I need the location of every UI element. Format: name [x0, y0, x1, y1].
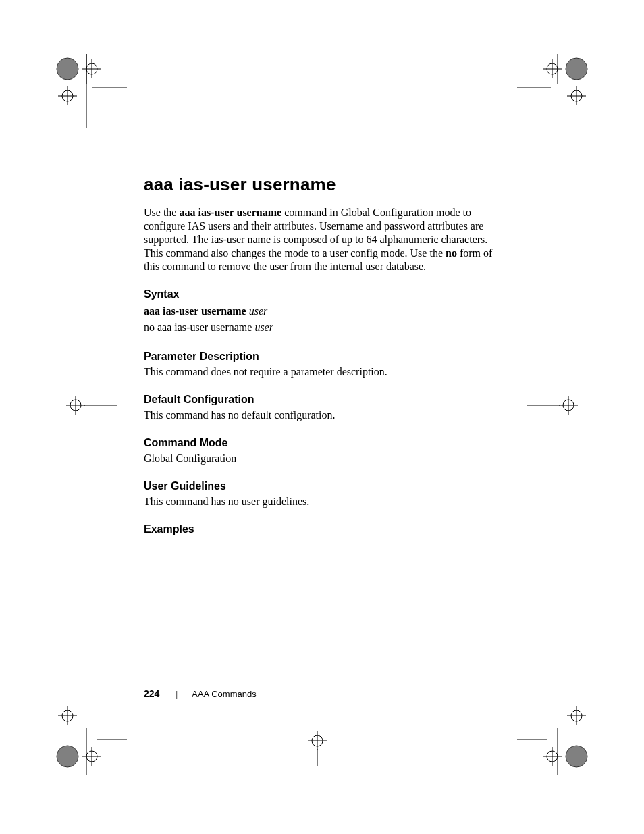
svg-point-37: [563, 400, 574, 411]
svg-point-24: [312, 735, 323, 746]
svg-point-45: [547, 751, 558, 762]
svg-point-29: [547, 63, 558, 74]
svg-point-11: [70, 400, 81, 411]
registration-mark-icon: [297, 726, 338, 766]
svg-point-19: [86, 751, 97, 762]
default-configuration-body: This command has no default configuratio…: [144, 409, 502, 422]
svg-point-18: [57, 746, 78, 767]
text-bold: aaa ias-user username: [179, 207, 281, 218]
syntax-arg: user: [254, 321, 273, 333]
svg-point-44: [566, 746, 587, 767]
registration-mark-icon: [53, 54, 127, 128]
syntax-line-2: no aaa ias-user username user: [144, 319, 502, 336]
footer-separator-icon: |: [176, 689, 178, 699]
command-mode-body: Global Configuration: [144, 452, 502, 465]
page: aaa ias-user username Use the aaa ias-us…: [0, 0, 644, 834]
page-footer: 224 | AAA Commands: [144, 688, 257, 699]
registration-mark-icon: [517, 54, 591, 128]
footer-section: AAA Commands: [192, 689, 256, 699]
heading-command-mode: Command Mode: [144, 437, 502, 449]
svg-point-28: [566, 58, 587, 80]
syntax-arg: user: [249, 305, 268, 317]
registration-mark-icon: [63, 385, 117, 425]
heading-examples: Examples: [144, 523, 502, 536]
svg-point-6: [62, 90, 73, 101]
parameter-description-body: This command does not require a paramete…: [144, 365, 502, 379]
command-title: aaa ias-user username: [144, 174, 502, 195]
text: Use the: [144, 207, 179, 218]
svg-point-41: [571, 710, 582, 721]
svg-point-32: [571, 90, 582, 101]
svg-point-3: [86, 63, 97, 74]
heading-default-configuration: Default Configuration: [144, 394, 502, 406]
text-bold: no: [446, 247, 457, 259]
heading-parameter-description: Parameter Description: [144, 350, 502, 363]
intro-paragraph: Use the aaa ias-user username command in…: [144, 206, 502, 273]
registration-mark-icon: [517, 701, 591, 775]
heading-user-guidelines: User Guidelines: [144, 480, 502, 492]
registration-mark-icon: [53, 701, 127, 775]
svg-point-0: [57, 58, 78, 80]
syntax-command: aaa ias-user username: [144, 305, 246, 317]
user-guidelines-body: This command has no user guidelines.: [144, 495, 502, 509]
heading-syntax: Syntax: [144, 288, 502, 301]
syntax-command: no aaa ias-user username: [144, 321, 252, 333]
syntax-line-1: aaa ias-user username user: [144, 303, 502, 319]
page-number: 224: [144, 688, 159, 699]
registration-mark-icon: [527, 385, 581, 425]
svg-point-15: [62, 710, 73, 721]
